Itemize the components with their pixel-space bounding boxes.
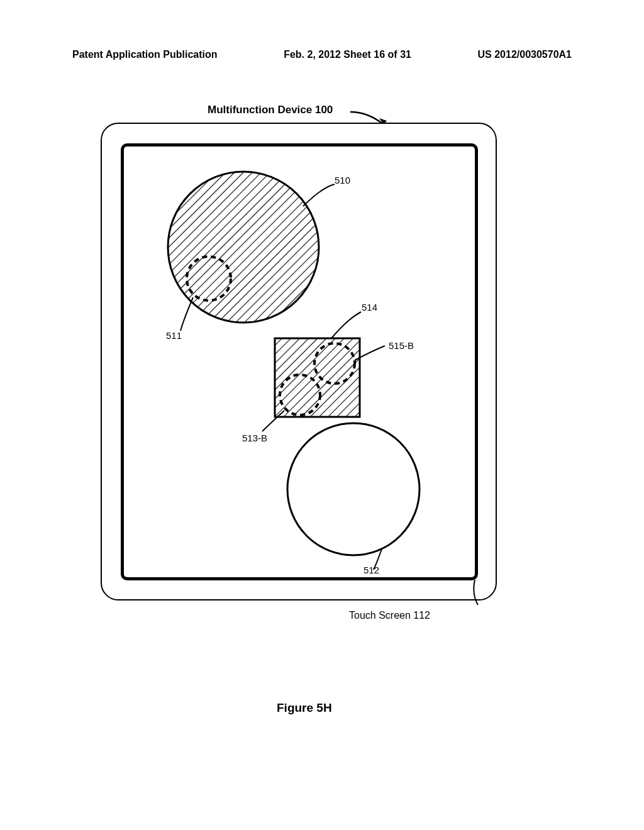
device-title: Multifunction Device 100 (208, 104, 333, 116)
ref-515b: 515-B (389, 340, 414, 351)
leader-513b (262, 411, 284, 431)
figure-label: Figure 5H (277, 701, 332, 715)
header-right: US 2012/0030570A1 (478, 49, 572, 60)
ref-512: 512 (364, 565, 379, 575)
diagram-canvas (121, 143, 478, 580)
touch-screen-label: Touch Screen 112 (349, 610, 430, 621)
shape-510 (168, 172, 319, 323)
leader-514 (331, 312, 361, 338)
page-header: Patent Application Publication Feb. 2, 2… (0, 49, 644, 60)
ref-514: 514 (362, 302, 377, 313)
touch-screen-leader (469, 578, 506, 613)
header-left: Patent Application Publication (72, 49, 218, 60)
shape-512 (287, 423, 419, 555)
leader-510 (303, 184, 335, 206)
leader-511 (180, 297, 193, 331)
ref-513b: 513-B (242, 433, 267, 443)
ref-510: 510 (335, 175, 350, 185)
header-center: Feb. 2, 2012 Sheet 16 of 31 (284, 49, 411, 60)
ref-511: 511 (166, 330, 182, 341)
